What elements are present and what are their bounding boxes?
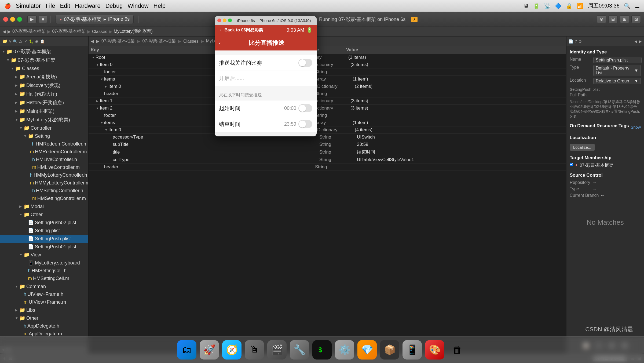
plist-nav-left[interactable]: ◀ — [91, 39, 94, 44]
layout-btn1[interactable]: ⊟ — [608, 15, 618, 23]
tree-item-hmlive-h[interactable]: h HMLiveController.h — [0, 156, 88, 164]
tree-item-arena[interactable]: ▶ 📁 Arena(竞技场) — [0, 72, 88, 81]
run-button[interactable]: ▶ — [27, 15, 36, 23]
editor-bc1[interactable]: 07-彩票-基本框架 — [101, 38, 135, 44]
minimize-button[interactable] — [10, 17, 15, 22]
tree-item-hmredeem-h[interactable]: h HMRedeemController.h — [0, 140, 88, 148]
plist-row-items0-item0[interactable]: ▶ Item 0 Dictionary (2 items) — [89, 83, 566, 90]
inspector-location-dropdown[interactable]: Relative to Group ▼ — [593, 78, 641, 84]
dock-launchpad[interactable]: 🚀 — [200, 340, 219, 360]
nav-left[interactable]: ◀ — [3, 29, 6, 34]
tree-item-setting-plist[interactable]: 📄 Setting.plist — [0, 227, 88, 235]
tree-item-hmsetting-h[interactable]: h HMSettingController.h — [0, 187, 88, 195]
report-icon[interactable]: 📋 — [40, 39, 45, 43]
breadcrumb-root[interactable]: 07-彩票-基本框架 — [12, 29, 46, 34]
stop-button[interactable]: ■ — [39, 16, 47, 23]
apple-menu[interactable]: 🍎 — [4, 3, 11, 9]
sim-minimize[interactable] — [223, 19, 226, 22]
tree-item-history[interactable]: ▶ 📁 History(开奖信息) — [0, 98, 88, 107]
inspector-tab-file[interactable]: 📄 — [569, 39, 573, 43]
sim-maximize[interactable] — [228, 19, 232, 22]
tree-item-hall[interactable]: ▶ 📁 Hall(购彩大厅) — [0, 90, 88, 98]
plist-row-header0[interactable]: header String — [89, 90, 566, 97]
tree-item-setting[interactable]: ▼ 📁 Setting — [0, 132, 88, 140]
inspector-tab-history[interactable]: ⊙ — [579, 39, 582, 43]
tree-item-hmcell-h[interactable]: h HMSettingCell.h — [0, 267, 88, 275]
editor-bc3[interactable]: Classes — [183, 39, 199, 44]
tree-item-other2[interactable]: ▼ 📁 Other — [0, 314, 88, 322]
inspector-nav-next[interactable]: ▶ — [639, 39, 642, 43]
tree-item-modal[interactable]: ▶ 📁 Modal — [0, 202, 88, 210]
search-sidebar-icon[interactable]: 🔍 — [13, 39, 17, 43]
tree-item-uiview-m[interactable]: m UIView+Frame.m — [0, 298, 88, 306]
tree-item-hmsetting-m[interactable]: m HMSettingController.m — [0, 195, 88, 202]
folder-icon[interactable]: 📁 — [2, 39, 8, 44]
tree-item-mylottery[interactable]: ▼ 📁 MyLottery(我的彩票) — [0, 115, 88, 124]
vcs-icon[interactable]: ⑂ — [9, 39, 11, 43]
plist-row-items0[interactable]: ▼ items Array (1 item) — [89, 76, 566, 83]
close-button[interactable] — [3, 17, 8, 22]
ios-toggle-start[interactable] — [298, 104, 312, 112]
plist-nav-right[interactable]: ▶ — [96, 39, 99, 44]
ios-toggle-end[interactable] — [298, 120, 312, 128]
dock-tools[interactable]: 🔧 — [290, 340, 309, 360]
dock-trash[interactable]: 🗑 — [448, 340, 467, 360]
dock-finder[interactable]: 🗂 — [177, 340, 196, 360]
notification-icon[interactable]: ☰ — [635, 3, 640, 9]
plist-row-item0[interactable]: ▼ Item 0 Dictionary (3 items) — [89, 61, 566, 68]
tree-item-libs[interactable]: ▶ 📁 Libs — [0, 306, 88, 314]
editor-bc2[interactable]: 07-彩票-基本框架 — [142, 38, 175, 44]
plist-row-subtitle[interactable]: subTitle String 23:59 — [89, 141, 566, 148]
inspector-nav-prev[interactable]: ◀ — [634, 39, 637, 43]
localize-button[interactable]: Localize... — [570, 144, 595, 151]
plist-row-item2-items-item0[interactable]: ▼ Item 0 Dictionary (4 items) — [89, 126, 566, 134]
tree-item-view[interactable]: ▼ 📁 View — [0, 251, 88, 259]
plist-row-title[interactable]: title String 结束时间 — [89, 148, 566, 156]
menu-help[interactable]: Help — [153, 2, 166, 9]
layout-btn3[interactable]: ⊠ — [631, 15, 641, 23]
menu-debug[interactable]: Debug — [105, 2, 123, 9]
sim-close[interactable] — [217, 19, 221, 22]
tree-item-discovery[interactable]: ▶ 📁 Discovery(发现) — [0, 81, 88, 90]
dock-extras2[interactable]: 🎨 — [425, 340, 444, 360]
tree-item-appdelegate-h[interactable]: h AppDelegate.h — [0, 322, 88, 330]
dock-phones[interactable]: 📱 — [402, 340, 422, 360]
dock-terminal[interactable]: $_ — [312, 340, 332, 360]
tree-item-storyboard[interactable]: 📱 MyLottery.storyboard — [0, 259, 88, 267]
plist-row-item1[interactable]: ▶ Item 1 Dictionary (3 items) — [89, 97, 566, 105]
menu-edit[interactable]: Edit — [60, 2, 70, 9]
breadcrumb-proj[interactable]: 07-彩票-基本框架 — [52, 29, 85, 34]
tree-item-root[interactable]: ▼ 📁 07-彩票-基本框架 — [0, 47, 88, 56]
plist-row-footer2[interactable]: footer String — [89, 112, 566, 119]
ios-toggle-push[interactable] — [298, 59, 312, 67]
maximize-button[interactable] — [17, 17, 22, 22]
plist-row-header2[interactable]: header String — [89, 164, 566, 171]
show-button[interactable]: Show — [631, 125, 641, 129]
plist-row-root[interactable]: ▼ Root Array (3 items) — [89, 54, 566, 61]
breakpoint-sidebar-icon[interactable]: ◉ — [35, 39, 38, 43]
dock-sketch[interactable]: 💎 — [357, 340, 377, 360]
plist-row-items2[interactable]: ▼ items Array (1 item) — [89, 119, 566, 126]
plist-row-footer0[interactable]: footer String — [89, 68, 566, 76]
inspector-name-input[interactable] — [593, 57, 642, 63]
tree-item-proj[interactable]: ▼ 📁 07-彩票-基本框架 — [0, 56, 88, 64]
tree-item-hmmylottery-m[interactable]: m HMMyLotteryController.m — [0, 179, 88, 187]
dock-settings[interactable]: ⚙️ — [335, 340, 354, 360]
target-checkbox[interactable] — [570, 163, 573, 166]
tree-item-settingpush02[interactable]: 📄 SettingPush02.plist — [0, 219, 88, 227]
nav-right[interactable]: ▶ — [8, 29, 11, 34]
warning-sidebar-icon[interactable]: ⚠ — [19, 39, 23, 43]
dock-safari[interactable]: 🧭 — [222, 340, 241, 360]
tree-item-controller[interactable]: ▼ 📁 Controller — [0, 124, 88, 132]
tree-item-main[interactable]: ▶ 📁 Main(主框架) — [0, 107, 88, 115]
tree-item-hmredeem-m[interactable]: m HMRedeemController.m — [0, 148, 88, 156]
tree-item-settingpush[interactable]: 📄 SettingPush.plist — [0, 235, 88, 243]
dock-video[interactable]: 🎬 — [267, 340, 287, 360]
plist-row-accessorytype[interactable]: accessoryType String UISwitch — [89, 134, 566, 141]
dock-xcode-extras[interactable]: 📦 — [380, 340, 399, 360]
tree-item-comman[interactable]: ▼ 📁 Comman — [0, 282, 88, 291]
tree-item-hmcell-m[interactable]: m HMSettingCell.m — [0, 275, 88, 282]
menu-hardware[interactable]: Hardware — [75, 2, 100, 9]
ios-back-nav[interactable]: ← Back to 06网易彩票 — [219, 27, 263, 33]
inspector-type-dropdown[interactable]: Default - Property List... ▼ — [593, 65, 641, 76]
